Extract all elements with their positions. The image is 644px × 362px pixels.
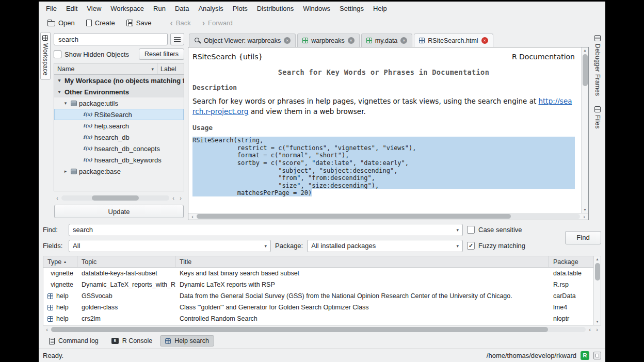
scroll-handle[interactable] xyxy=(92,195,139,201)
scroll-track[interactable] xyxy=(583,53,588,207)
result-row[interactable]: vignette datatable-keys-fast-subset Keys… xyxy=(43,268,593,279)
expander-icon[interactable]: ▾ xyxy=(62,101,69,106)
tree-item[interactable]: f(x) RSiteSearch xyxy=(54,109,184,120)
show-hidden-checkbox[interactable] xyxy=(54,51,61,58)
menu-item[interactable]: Edit xyxy=(62,3,82,14)
result-row[interactable]: vignette Dynamic_LaTeX_reports_with_RSP … xyxy=(43,279,593,290)
tree-item[interactable]: f(x) hsearch_db_concepts xyxy=(54,143,184,154)
document-tab[interactable]: warpbreaks ✕ xyxy=(297,34,360,47)
scroll-right-icon[interactable]: › xyxy=(594,327,600,332)
topic-column-header[interactable]: Topic xyxy=(77,256,175,267)
scroll-up-icon[interactable]: ▴ xyxy=(594,257,601,262)
expander-icon[interactable]: ▾ xyxy=(56,78,62,83)
open-button[interactable]: Open xyxy=(43,18,79,28)
menu-item[interactable]: View xyxy=(83,3,105,14)
scroll-left-icon[interactable]: ‹ xyxy=(189,214,196,219)
find-button[interactable]: Find xyxy=(565,231,601,244)
chevron-down-icon[interactable]: ▾ xyxy=(264,243,267,249)
menu-item[interactable]: Run xyxy=(149,3,170,14)
close-icon[interactable]: ✕ xyxy=(284,37,291,44)
tree-item[interactable]: ▾ f(x) My Workspace (no objects matching… xyxy=(54,75,184,86)
right-panel-tab[interactable]: Debugger Frames xyxy=(593,32,602,99)
scroll-down-icon[interactable]: ▾ xyxy=(582,207,588,212)
scroll-handle[interactable] xyxy=(583,54,588,86)
scroll-right-icon[interactable]: › xyxy=(581,214,587,219)
scroll-down-icon[interactable]: ▾ xyxy=(594,319,601,324)
menu-item[interactable]: Analysis xyxy=(194,3,227,14)
menu-item[interactable]: File xyxy=(42,3,61,14)
tree-item[interactable]: f(x) hsearch_db_keywords xyxy=(54,154,184,166)
tree-item[interactable]: f(x) hsearch_db xyxy=(54,131,184,143)
fuzzy-matching-option[interactable]: ✓ Fuzzy matching xyxy=(467,242,556,250)
find-combobox[interactable]: ▾ xyxy=(69,224,463,236)
menu-item[interactable]: Workspace xyxy=(106,3,148,14)
find-input[interactable] xyxy=(73,226,453,234)
label-column-header[interactable]: Label xyxy=(157,63,184,74)
scroll-left-icon[interactable]: ‹ xyxy=(54,195,60,201)
help-vscrollbar[interactable]: ▴ ▾ xyxy=(581,47,588,213)
update-button[interactable]: Update xyxy=(54,205,184,218)
bottom-tool-tab[interactable]: R Help search xyxy=(160,335,214,347)
chevron-down-icon[interactable]: ▾ xyxy=(456,227,459,233)
result-row[interactable]: help crs2lm Controlled Random Search nlo… xyxy=(43,313,593,324)
menu-item[interactable]: Plots xyxy=(229,3,252,14)
fields-combobox[interactable]: All ▾ xyxy=(69,240,271,252)
expander-icon[interactable]: ▾ xyxy=(56,89,62,94)
document-tab[interactable]: my.data ✕ xyxy=(361,34,413,47)
document-tab[interactable]: Object Viewer: warpbreaks ✕ xyxy=(189,34,296,47)
menu-item[interactable]: Windows xyxy=(299,3,334,14)
save-button[interactable]: Save xyxy=(122,18,156,28)
scroll-right-icon[interactable]: › xyxy=(178,195,184,201)
case-sensitive-checkbox[interactable] xyxy=(467,226,475,234)
close-icon[interactable]: ✕ xyxy=(481,37,488,44)
bottom-tool-tab[interactable]: R Command log xyxy=(44,335,104,347)
close-icon[interactable]: ✕ xyxy=(400,37,407,44)
package-column-header[interactable]: Package xyxy=(549,256,593,267)
tree-item[interactable]: ▾ f(x) Other Environments xyxy=(54,86,184,97)
expander-icon[interactable]: ▸ xyxy=(62,169,69,174)
scroll-track[interactable] xyxy=(197,214,580,219)
document-tab[interactable]: RSiteSearch.html ✕ xyxy=(414,34,493,47)
name-column-header[interactable]: Name ▾ xyxy=(54,65,157,73)
scroll-handle[interactable] xyxy=(595,263,600,281)
create-button[interactable]: Create xyxy=(82,18,120,28)
results-hscrollbar[interactable]: ‹ ‹ › xyxy=(43,325,601,333)
result-row[interactable]: help golden-class Class '"golden"' and G… xyxy=(43,302,593,313)
type-column-header[interactable]: Type ▴ xyxy=(43,256,77,267)
r-engine-badge[interactable]: R xyxy=(581,351,589,360)
workspace-hscrollbar[interactable]: ‹ ‹ › xyxy=(54,194,184,202)
fuzzy-matching-checkbox[interactable]: ✓ xyxy=(467,242,475,250)
menu-item[interactable]: Data xyxy=(171,3,193,14)
chevron-down-icon[interactable]: ▾ xyxy=(456,243,459,249)
workspace-search-input[interactable] xyxy=(54,33,168,45)
scroll-left-icon[interactable]: ‹ xyxy=(587,327,593,332)
scroll-track[interactable] xyxy=(595,262,600,319)
tree-item[interactable]: ▾ f(x) package:utils xyxy=(54,97,184,109)
scroll-left-icon[interactable]: ‹ xyxy=(170,195,176,201)
forward-button[interactable]: › Forward xyxy=(198,18,237,28)
results-vscrollbar[interactable]: ▴ ▾ xyxy=(593,256,601,325)
scroll-track[interactable] xyxy=(51,327,586,332)
workspace-panel-tab[interactable]: Workspace xyxy=(40,32,51,80)
tree-item[interactable]: f(x) help.search xyxy=(54,120,184,131)
title-column-header[interactable]: Title xyxy=(175,256,549,267)
bottom-tool-tab[interactable]: R R Console xyxy=(106,335,157,347)
package-combobox[interactable]: All installed packages ▾ xyxy=(307,240,463,252)
help-hscrollbar[interactable]: ‹ › xyxy=(188,213,588,220)
tree-item[interactable]: ▸ f(x) package:base xyxy=(54,166,184,177)
scroll-left-icon[interactable]: ‹ xyxy=(44,327,50,332)
menu-item[interactable]: Settings xyxy=(335,3,368,14)
filter-options-button[interactable] xyxy=(170,33,184,45)
menu-item[interactable]: Help xyxy=(369,3,391,14)
right-panel-tab[interactable]: Files xyxy=(593,103,602,132)
case-sensitive-option[interactable]: Case sensitive xyxy=(467,226,556,234)
scroll-up-icon[interactable]: ▴ xyxy=(582,48,588,53)
scroll-handle[interactable] xyxy=(197,214,511,219)
reset-filters-button[interactable]: Reset filters xyxy=(139,48,184,60)
back-button[interactable]: ‹ Back xyxy=(165,18,195,28)
menu-item[interactable]: Distributions xyxy=(253,3,298,14)
result-row[interactable]: help GSSvocab Data from the General Soci… xyxy=(43,290,593,302)
scroll-handle[interactable] xyxy=(51,327,548,332)
engine-status-icon[interactable] xyxy=(593,352,601,359)
close-icon[interactable]: ✕ xyxy=(348,37,355,44)
